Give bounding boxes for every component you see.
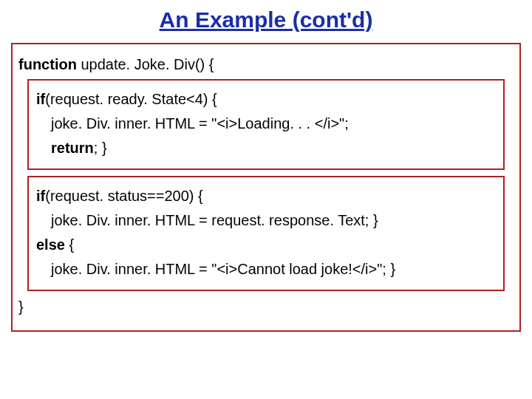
code-line-if2: if(request. status==200) { [36, 186, 496, 206]
code-line-return: return; } [36, 138, 496, 158]
code-text: ; } [94, 140, 107, 156]
code-line-if1: if(request. ready. State<4) { [36, 89, 496, 109]
code-text: update. Joke. Div() { [77, 56, 214, 72]
code-outer-box: function update. Joke. Div() { if(reques… [11, 43, 521, 332]
code-text: (request. status==200) { [45, 188, 202, 204]
code-text: (request. ready. State<4) { [45, 91, 217, 107]
code-inner-box-2: if(request. status==200) { joke. Div. in… [27, 176, 505, 291]
keyword-if: if [36, 188, 45, 204]
code-line-response: joke. Div. inner. HTML = request. respon… [36, 211, 496, 231]
code-line-cannot: joke. Div. inner. HTML = "<i>Cannot load… [36, 259, 496, 279]
code-line-else: else { [36, 235, 496, 255]
slide: { "title": "An Example (cont'd)", "code"… [0, 7, 532, 399]
code-line-function: function update. Joke. Div() { [18, 55, 514, 75]
code-inner-box-1: if(request. ready. State<4) { joke. Div.… [27, 79, 505, 170]
keyword-return: return [51, 140, 94, 156]
code-text: { [65, 236, 74, 253]
keyword-else: else [36, 236, 65, 253]
code-line-close: } [18, 297, 514, 317]
keyword-function: function [18, 56, 77, 72]
keyword-if: if [36, 91, 45, 107]
code-line-loading: joke. Div. inner. HTML = "<i>Loading. . … [36, 114, 496, 134]
slide-title: An Example (cont'd) [0, 7, 532, 33]
